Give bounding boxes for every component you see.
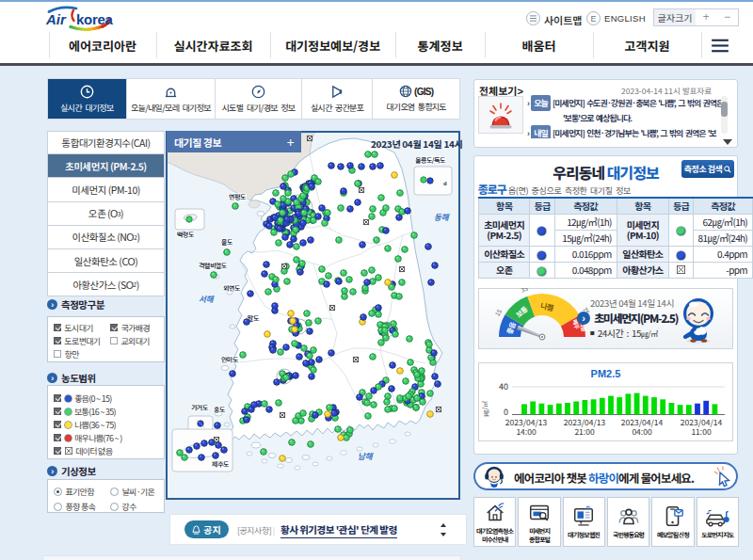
svg-text:15: 15	[492, 307, 504, 318]
svg-text:14:00: 14:00	[516, 425, 537, 437]
svg-text:㎍/㎥: ㎍/㎥	[480, 401, 489, 417]
svg-text:21:00: 21:00	[574, 425, 595, 437]
svg-text:40: 40	[499, 380, 508, 392]
svg-text:11:00: 11:00	[691, 425, 712, 437]
svg-text:Air: Air	[45, 11, 67, 27]
svg-text:04:00: 04:00	[632, 425, 652, 437]
svg-text:korea: korea	[76, 11, 113, 27]
svg-text:35: 35	[520, 288, 530, 295]
